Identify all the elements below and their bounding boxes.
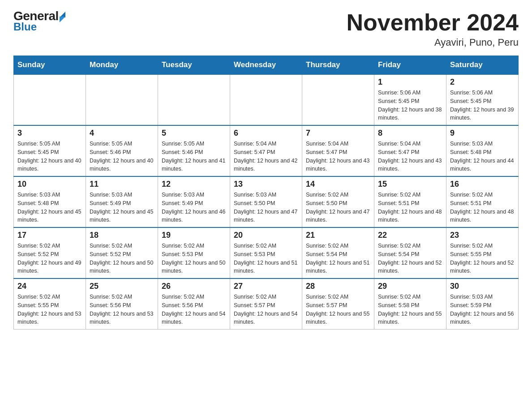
day-info: Sunrise: 5:06 AM Sunset: 5:45 PM Dayligh… [378,89,442,122]
day-number: 18 [90,231,154,240]
day-info: Sunrise: 5:04 AM Sunset: 5:47 PM Dayligh… [306,140,370,173]
day-number: 12 [162,180,226,189]
day-info: Sunrise: 5:02 AM Sunset: 5:54 PM Dayligh… [378,242,442,275]
day-info: Sunrise: 5:02 AM Sunset: 5:58 PM Dayligh… [378,293,442,326]
day-number: 16 [450,180,515,189]
day-number: 7 [306,128,370,138]
calendar-day-cell: 20Sunrise: 5:02 AM Sunset: 5:53 PM Dayli… [230,227,302,278]
day-number: 11 [90,180,154,189]
day-info: Sunrise: 5:05 AM Sunset: 5:45 PM Dayligh… [17,140,82,173]
day-of-week-header: Thursday [302,56,374,75]
day-number: 2 [450,77,515,87]
day-number: 26 [162,282,226,291]
calendar-day-cell: 25Sunrise: 5:02 AM Sunset: 5:56 PM Dayli… [86,278,158,330]
calendar-day-cell: 24Sunrise: 5:02 AM Sunset: 5:55 PM Dayli… [14,278,86,330]
calendar-week-row: 17Sunrise: 5:02 AM Sunset: 5:52 PM Dayli… [14,227,519,278]
day-of-week-header: Friday [374,56,446,75]
location-subtitle: Ayaviri, Puno, Peru [347,37,519,48]
day-number: 28 [306,282,370,291]
day-number: 27 [234,282,298,291]
calendar-day-cell: 15Sunrise: 5:02 AM Sunset: 5:51 PM Dayli… [374,176,446,227]
day-info: Sunrise: 5:02 AM Sunset: 5:50 PM Dayligh… [306,191,370,224]
day-number: 5 [162,128,226,138]
calendar-day-cell: 1Sunrise: 5:06 AM Sunset: 5:45 PM Daylig… [374,74,446,125]
day-info: Sunrise: 5:03 AM Sunset: 5:49 PM Dayligh… [162,191,226,224]
day-number: 15 [378,180,442,189]
day-info: Sunrise: 5:02 AM Sunset: 5:57 PM Dayligh… [234,293,298,326]
day-number: 1 [378,77,442,87]
day-of-week-header: Saturday [446,56,519,75]
calendar-day-cell: 13Sunrise: 5:03 AM Sunset: 5:50 PM Dayli… [230,176,302,227]
day-info: Sunrise: 5:02 AM Sunset: 5:57 PM Dayligh… [306,293,370,326]
day-number: 13 [234,180,298,189]
day-of-week-header: Tuesday [158,56,230,75]
calendar-day-cell: 10Sunrise: 5:03 AM Sunset: 5:48 PM Dayli… [14,176,86,227]
calendar-day-cell: 5Sunrise: 5:05 AM Sunset: 5:46 PM Daylig… [158,125,230,176]
calendar-day-cell: 28Sunrise: 5:02 AM Sunset: 5:57 PM Dayli… [302,278,374,330]
day-number: 6 [234,128,298,138]
day-number: 30 [450,282,515,291]
day-info: Sunrise: 5:02 AM Sunset: 5:56 PM Dayligh… [162,293,226,326]
day-info: Sunrise: 5:05 AM Sunset: 5:46 PM Dayligh… [90,140,154,173]
header: General Blue November 2024 Ayaviri, Puno… [13,9,519,48]
day-info: Sunrise: 5:03 AM Sunset: 5:59 PM Dayligh… [450,293,515,326]
calendar-day-cell: 11Sunrise: 5:03 AM Sunset: 5:49 PM Dayli… [86,176,158,227]
calendar-day-cell: 27Sunrise: 5:02 AM Sunset: 5:57 PM Dayli… [230,278,302,330]
day-info: Sunrise: 5:06 AM Sunset: 5:45 PM Dayligh… [450,89,515,122]
day-info: Sunrise: 5:02 AM Sunset: 5:52 PM Dayligh… [90,242,154,275]
day-info: Sunrise: 5:02 AM Sunset: 5:53 PM Dayligh… [234,242,298,275]
calendar-day-cell: 6Sunrise: 5:04 AM Sunset: 5:47 PM Daylig… [230,125,302,176]
calendar-day-cell: 3Sunrise: 5:05 AM Sunset: 5:45 PM Daylig… [14,125,86,176]
day-number: 23 [450,231,515,240]
calendar-day-cell: 23Sunrise: 5:02 AM Sunset: 5:55 PM Dayli… [446,227,519,278]
calendar-day-cell: 4Sunrise: 5:05 AM Sunset: 5:46 PM Daylig… [86,125,158,176]
calendar-day-cell [230,74,302,125]
calendar-week-row: 10Sunrise: 5:03 AM Sunset: 5:48 PM Dayli… [14,176,519,227]
day-info: Sunrise: 5:02 AM Sunset: 5:51 PM Dayligh… [378,191,442,224]
day-info: Sunrise: 5:02 AM Sunset: 5:56 PM Dayligh… [90,293,154,326]
day-info: Sunrise: 5:05 AM Sunset: 5:46 PM Dayligh… [162,140,226,173]
calendar-week-row: 3Sunrise: 5:05 AM Sunset: 5:45 PM Daylig… [14,125,519,176]
calendar-day-cell: 29Sunrise: 5:02 AM Sunset: 5:58 PM Dayli… [374,278,446,330]
calendar-day-cell: 30Sunrise: 5:03 AM Sunset: 5:59 PM Dayli… [446,278,519,330]
calendar-day-cell [158,74,230,125]
logo: General Blue [13,9,65,33]
calendar-week-row: 24Sunrise: 5:02 AM Sunset: 5:55 PM Dayli… [14,278,519,330]
calendar-day-cell: 22Sunrise: 5:02 AM Sunset: 5:54 PM Dayli… [374,227,446,278]
day-number: 22 [378,231,442,240]
day-info: Sunrise: 5:02 AM Sunset: 5:55 PM Dayligh… [450,242,515,275]
day-info: Sunrise: 5:02 AM Sunset: 5:53 PM Dayligh… [162,242,226,275]
day-number: 24 [17,282,82,291]
day-number: 25 [90,282,154,291]
calendar-day-cell: 19Sunrise: 5:02 AM Sunset: 5:53 PM Dayli… [158,227,230,278]
calendar-day-cell: 16Sunrise: 5:02 AM Sunset: 5:51 PM Dayli… [446,176,519,227]
day-number: 9 [450,128,515,138]
day-info: Sunrise: 5:03 AM Sunset: 5:48 PM Dayligh… [450,140,515,173]
calendar-day-cell: 8Sunrise: 5:04 AM Sunset: 5:47 PM Daylig… [374,125,446,176]
calendar-day-cell: 14Sunrise: 5:02 AM Sunset: 5:50 PM Dayli… [302,176,374,227]
day-number: 3 [17,128,82,138]
day-number: 17 [17,231,82,240]
calendar-day-cell: 17Sunrise: 5:02 AM Sunset: 5:52 PM Dayli… [14,227,86,278]
calendar-header-row: SundayMondayTuesdayWednesdayThursdayFrid… [14,56,519,75]
day-number: 14 [306,180,370,189]
day-number: 20 [234,231,298,240]
day-info: Sunrise: 5:02 AM Sunset: 5:55 PM Dayligh… [17,293,82,326]
calendar-day-cell: 7Sunrise: 5:04 AM Sunset: 5:47 PM Daylig… [302,125,374,176]
calendar-table: SundayMondayTuesdayWednesdayThursdayFrid… [13,56,519,330]
day-number: 29 [378,282,442,291]
day-of-week-header: Wednesday [230,56,302,75]
day-info: Sunrise: 5:03 AM Sunset: 5:50 PM Dayligh… [234,191,298,224]
calendar-day-cell [14,74,86,125]
day-number: 8 [378,128,442,138]
day-info: Sunrise: 5:02 AM Sunset: 5:54 PM Dayligh… [306,242,370,275]
calendar-day-cell [302,74,374,125]
day-number: 19 [162,231,226,240]
calendar-day-cell: 12Sunrise: 5:03 AM Sunset: 5:49 PM Dayli… [158,176,230,227]
calendar-week-row: 1Sunrise: 5:06 AM Sunset: 5:45 PM Daylig… [14,74,519,125]
title-area: November 2024 Ayaviri, Puno, Peru [347,9,519,48]
calendar-day-cell [86,74,158,125]
calendar-day-cell: 18Sunrise: 5:02 AM Sunset: 5:52 PM Dayli… [86,227,158,278]
logo-blue-text: Blue [13,21,37,33]
day-info: Sunrise: 5:04 AM Sunset: 5:47 PM Dayligh… [378,140,442,173]
